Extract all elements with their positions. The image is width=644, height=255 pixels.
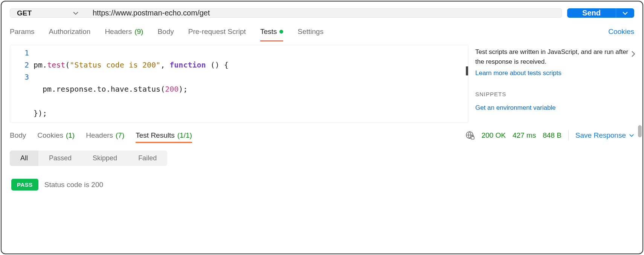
cookies-link[interactable]: Cookies [608,28,634,36]
response-header: Body Cookies (1) Headers (7) Test Result… [2,123,642,143]
tab-tests[interactable]: Tests [260,22,283,41]
tab-settings[interactable]: Settings [298,22,324,41]
response-meta: 200 OK 427 ms 848 B Save Response [465,131,634,140]
headers-count: (9) [134,28,143,36]
filter-failed[interactable]: Failed [128,151,167,166]
chevron-down-icon [629,133,634,138]
send-button[interactable]: Send [567,8,616,18]
divider [568,131,569,140]
status-code: 200 OK [481,131,505,140]
filter-all[interactable]: All [10,151,38,166]
response-time: 427 ms [513,131,536,140]
editor-scrollbar-thumb[interactable] [466,66,469,75]
code-lines: pm.test("Status code is 200", function (… [34,45,232,122]
side-panel-desc: Test scripts are written in JavaScript, … [475,47,634,67]
response-size: 848 B [543,131,562,140]
filter-skipped[interactable]: Skipped [82,151,128,166]
chevron-right-icon[interactable] [630,50,636,58]
filter-row: All Passed Skipped Failed [2,143,642,166]
test-result-row: PASS Status code is 200 [2,166,642,190]
editor-area: 1 2 3 pm.test("Status code is 200", func… [2,41,642,123]
resp-tab-body[interactable]: Body [10,128,26,143]
tab-prerequest[interactable]: Pre-request Script [188,22,246,41]
resp-tab-cookies[interactable]: Cookies (1) [37,128,75,143]
save-response-button[interactable]: Save Response [575,131,634,140]
test-result-name: Status code is 200 [44,181,103,189]
resp-tab-test-results[interactable]: Test Results (1/1) [136,128,192,143]
pass-badge: PASS [11,179,38,190]
method-value: GET [17,9,32,17]
globe-icon[interactable] [465,131,475,140]
filter-passed[interactable]: Passed [38,151,82,166]
snippet-get-env-var[interactable]: Get an environment variable [475,103,634,113]
line-gutter: 1 2 3 [10,45,34,122]
request-bar: GET https://www.postman-echo.com/get Sen… [2,2,642,22]
send-dropdown[interactable] [616,8,634,18]
chevron-down-icon [622,10,628,16]
send-button-group: Send [567,8,634,18]
tab-body[interactable]: Body [157,22,174,41]
method-select[interactable]: GET [10,8,86,18]
learn-more-link[interactable]: Learn more about tests scripts [475,68,562,78]
code-editor[interactable]: 1 2 3 pm.test("Status code is 200", func… [10,45,469,123]
tab-authorization[interactable]: Authorization [49,22,90,41]
resp-tab-headers[interactable]: Headers (7) [86,128,124,143]
url-value: https://www.postman-echo.com/get [93,9,210,17]
resp-test-count: (1/1) [177,131,192,140]
send-label: Send [582,9,601,17]
page-scrollbar-thumb[interactable] [638,125,642,137]
snippets-label: SNIPPETS [475,89,634,99]
resp-cookies-count: (1) [66,131,75,140]
filter-pill-group: All Passed Skipped Failed [10,151,167,166]
svg-rect-1 [471,137,474,139]
resp-headers-count: (7) [116,131,124,140]
request-tabs: Params Authorization Headers (9) Body Pr… [2,22,642,41]
app-frame: GET https://www.postman-echo.com/get Sen… [1,1,643,254]
tab-headers[interactable]: Headers (9) [105,22,143,41]
status-dot-icon [279,30,283,34]
side-panel: Test scripts are written in JavaScript, … [475,45,634,123]
tab-params[interactable]: Params [10,22,34,41]
chevron-down-icon [73,10,79,16]
url-input[interactable]: https://www.postman-echo.com/get [85,8,562,18]
